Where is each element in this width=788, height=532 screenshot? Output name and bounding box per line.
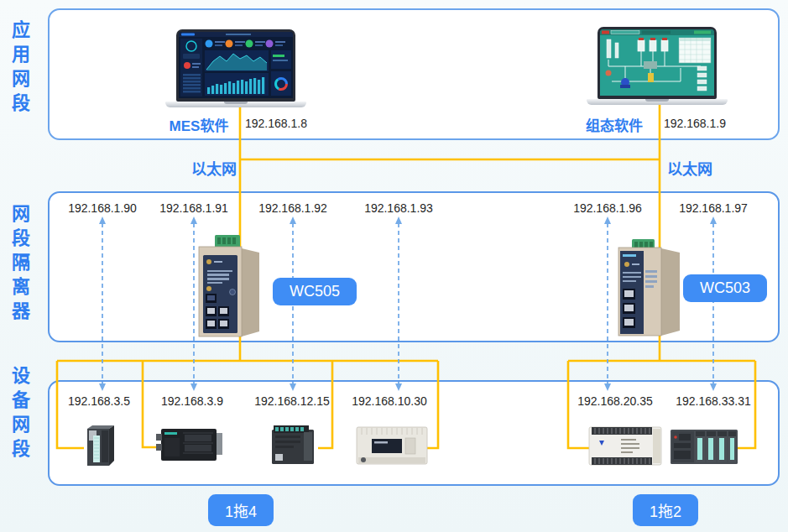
isolator-ip-3: 192.168.1.92 [258, 201, 327, 215]
plc-device-1 [84, 424, 116, 467]
isolator-ip-1: 192.168.1.90 [68, 201, 137, 215]
wc505-gateway-device [191, 233, 264, 341]
plc-device-4 [355, 425, 431, 467]
laptop-base [587, 99, 728, 105]
isolator-segment-label: 网段隔离器 [9, 204, 28, 326]
device-ip-3: 192.168.12.15 [254, 394, 330, 408]
mode-badge-1to2[interactable]: 1拖2 [633, 494, 698, 526]
scada-software-label: 组态软件 [586, 114, 643, 135]
device-segment-label: 设备网段 [9, 366, 28, 463]
mes-laptop [165, 29, 306, 107]
isolator-ip-6: 192.168.1.97 [679, 201, 748, 215]
plc-device-5 [587, 424, 665, 468]
isolator-ip-4: 192.168.1.93 [364, 201, 433, 215]
plc-device-6 [669, 426, 739, 467]
device-ip-2: 192.168.3.9 [161, 394, 223, 408]
scada-ip: 192.168.1.9 [664, 117, 726, 130]
mode-badge-1to4[interactable]: 1拖4 [208, 494, 274, 526]
mes-dashboard-screen [176, 29, 295, 102]
wc503-gateway-device [613, 235, 684, 339]
laptop-base [165, 102, 306, 107]
mes-software-label: MES软件 [170, 114, 229, 135]
isolator-ip-5: 192.168.1.96 [573, 201, 642, 215]
ethernet-label-left: 以太网 [191, 157, 237, 179]
network-topology-diagram: 应用网段 网段隔离器 设备网段 [0, 0, 788, 532]
device-ip-4: 192.168.10.30 [352, 394, 427, 408]
ethernet-label-right: 以太网 [667, 157, 712, 179]
wc503-badge[interactable]: WC503 [683, 274, 767, 302]
scada-hmi-screen [598, 27, 717, 99]
isolator-ip-2: 192.168.1.91 [159, 201, 228, 215]
device-ip-1: 192.168.3.5 [68, 394, 130, 408]
device-ip-6: 192.168.33.31 [676, 394, 751, 408]
plc-device-3 [270, 422, 319, 467]
scada-laptop [587, 27, 728, 105]
wc505-badge[interactable]: WC505 [273, 278, 357, 305]
plc-device-2 [156, 426, 223, 465]
mes-ip: 192.168.1.8 [245, 117, 307, 130]
device-ip-5: 192.168.20.35 [577, 394, 653, 408]
application-segment-label: 应用网段 [9, 20, 28, 117]
